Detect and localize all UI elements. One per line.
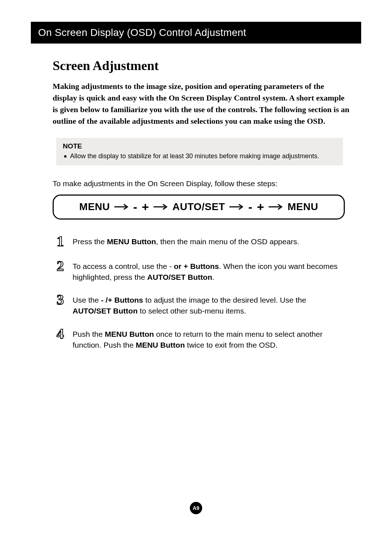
steps-list: 1 Press the MENU Button, then the main m… xyxy=(54,234,345,351)
text-run: twice to exit from the OSD. xyxy=(185,341,278,349)
note-box: NOTE Allow the display to stabilize for … xyxy=(56,138,343,165)
step-text: Press the MENU Button, then the main men… xyxy=(73,234,299,249)
step-item: 4 Push the MENU Button once to return to… xyxy=(54,327,345,351)
text-run: , then the main menu of the OSD appears. xyxy=(156,237,299,246)
flow-autoset: AUTO/SET xyxy=(172,201,225,213)
text-bold: MENU Button xyxy=(105,330,154,338)
step-text: Push the MENU Button once to return to t… xyxy=(73,327,345,351)
text-bold: MENU Button xyxy=(107,237,156,246)
text-run: Use the xyxy=(73,296,101,304)
step-item: 1 Press the MENU Button, then the main m… xyxy=(54,234,345,249)
bullet-icon xyxy=(64,155,66,157)
header-title: On Screen Display (OSD) Control Adjustme… xyxy=(38,27,246,38)
text-run: Push the xyxy=(73,330,105,338)
text-run: Press the xyxy=(73,237,107,246)
text-bold: AUTO/SET Button xyxy=(73,307,138,315)
text-run: to select other sub-menu items. xyxy=(138,307,246,315)
minus-icon: - xyxy=(248,200,253,214)
flow-menu-1: MENU xyxy=(79,201,110,213)
arrow-icon xyxy=(229,204,244,210)
note-text: Allow the display to stabilize for at le… xyxy=(70,152,319,160)
step-number: 2 xyxy=(54,259,66,283)
step-text: Use the - /+ Buttons to adjust the image… xyxy=(73,292,345,316)
step-number: 3 xyxy=(54,292,66,316)
header-bar: On Screen Display (OSD) Control Adjustme… xyxy=(31,22,361,44)
plus-icon: + xyxy=(142,200,149,214)
arrow-icon xyxy=(114,204,129,210)
lead-text: To make adjustments in the On Screen Dis… xyxy=(53,179,361,188)
text-bold: MENU Button xyxy=(136,341,185,349)
step-number: 4 xyxy=(54,327,66,351)
note-label: NOTE xyxy=(63,142,336,150)
text-run: To access a control, use the - xyxy=(73,262,174,270)
text-bold: AUTO/SET Button xyxy=(147,273,212,281)
step-item: 3 Use the - /+ Buttons to adjust the ima… xyxy=(54,292,345,316)
minus-icon: - xyxy=(133,200,138,214)
intro-paragraph: Making adjustments to the image size, po… xyxy=(53,81,350,127)
plus-icon: + xyxy=(257,200,264,214)
step-number: 1 xyxy=(54,234,66,249)
text-run: . xyxy=(212,273,215,281)
text-run: to adjust the image to the desired level… xyxy=(143,296,306,304)
text-bold: - /+ Buttons xyxy=(101,296,143,304)
section-title: Screen Adjustment xyxy=(53,58,361,73)
step-item: 2 To access a control, use the - or + Bu… xyxy=(54,259,345,283)
text-bold: or + Buttons xyxy=(174,262,219,270)
page-number: A9 xyxy=(193,505,199,511)
arrow-icon xyxy=(154,204,168,210)
flow-menu-2: MENU xyxy=(287,201,318,213)
step-text: To access a control, use the - or + Butt… xyxy=(73,259,345,283)
note-item: Allow the display to stabilize for at le… xyxy=(63,152,336,160)
control-flow-box: MENU - + AUTO/SET - + MENU xyxy=(53,195,345,220)
page-number-badge: A9 xyxy=(190,502,202,514)
document-page: On Screen Display (OSD) Control Adjustme… xyxy=(0,0,392,536)
arrow-icon xyxy=(269,204,283,210)
